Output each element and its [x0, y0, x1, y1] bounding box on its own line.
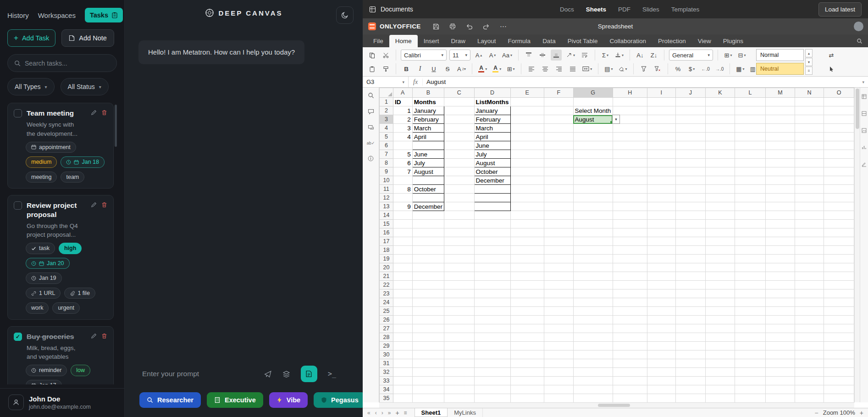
filter-all-status[interactable]: All Status ▾: [61, 78, 109, 95]
cell-I33[interactable]: [647, 377, 676, 385]
cell-K5[interactable]: [706, 133, 735, 141]
cell-J5[interactable]: [675, 133, 706, 141]
cell-F33[interactable]: [544, 377, 574, 385]
cell-O17[interactable]: [824, 237, 854, 246]
cell-J26[interactable]: [675, 316, 706, 324]
cell-C1[interactable]: [444, 98, 474, 106]
cell-F10[interactable]: [544, 176, 574, 185]
cell-O3[interactable]: [824, 115, 854, 124]
cell-C35[interactable]: [444, 394, 474, 403]
column-header-G[interactable]: G: [573, 88, 613, 98]
cell-I22[interactable]: [647, 281, 676, 289]
cell-J9[interactable]: [675, 167, 706, 176]
replace-icon[interactable]: ⇄: [826, 50, 837, 61]
cell-H15[interactable]: [613, 220, 647, 228]
cell-C19[interactable]: [444, 255, 474, 263]
cell-I12[interactable]: [647, 194, 676, 202]
cell-A6[interactable]: [393, 141, 412, 150]
cell-J11[interactable]: [675, 185, 706, 194]
cell-H26[interactable]: [613, 316, 647, 324]
cell-A20[interactable]: [393, 263, 412, 272]
print-icon[interactable]: [449, 23, 456, 29]
task-checkbox[interactable]: [14, 201, 22, 210]
ribbon-tab-view[interactable]: View: [692, 35, 717, 47]
cell-N23[interactable]: [795, 289, 824, 298]
cell-L25[interactable]: [735, 307, 766, 316]
vertical-scrollbar[interactable]: [854, 88, 860, 402]
cell-G14[interactable]: [573, 211, 613, 220]
cell-B28[interactable]: [412, 333, 444, 342]
cell-C2[interactable]: [444, 106, 474, 115]
cell-G27[interactable]: [573, 324, 613, 333]
cell-A8[interactable]: 6: [393, 159, 412, 167]
chip-1-file[interactable]: 1 file: [64, 288, 95, 299]
cell-G34[interactable]: [573, 385, 613, 394]
cell-O25[interactable]: [824, 307, 854, 316]
cell-A14[interactable]: [393, 211, 412, 220]
cell-L21[interactable]: [735, 272, 766, 281]
cell-B34[interactable]: [412, 385, 444, 394]
clear-icon[interactable]: ▾: [617, 63, 629, 74]
cell-H6[interactable]: [613, 141, 647, 150]
chip-meeting[interactable]: meeting: [26, 172, 57, 183]
cell-M29[interactable]: [766, 342, 795, 350]
cell-K19[interactable]: [706, 255, 735, 263]
cell-O24[interactable]: [824, 298, 854, 307]
cell-L18[interactable]: [735, 246, 766, 255]
cell-A35[interactable]: [393, 394, 412, 403]
cell-E20[interactable]: [510, 263, 544, 272]
cell-E35[interactable]: [510, 394, 544, 403]
select-all-corner[interactable]: [380, 88, 393, 98]
cell-G23[interactable]: [573, 289, 613, 298]
cell-O6[interactable]: [824, 141, 854, 150]
cell-M2[interactable]: [766, 106, 795, 115]
row-header-2[interactable]: 2: [380, 106, 393, 115]
cell-D33[interactable]: [474, 377, 510, 385]
cell-A34[interactable]: [393, 385, 412, 394]
cell-A27[interactable]: [393, 324, 412, 333]
cell-D18[interactable]: [474, 246, 510, 255]
cell-F9[interactable]: [544, 167, 574, 176]
cell-A12[interactable]: [393, 194, 412, 202]
style-gallery-up-icon[interactable]: ▴: [805, 49, 813, 57]
cell-F24[interactable]: [544, 298, 574, 307]
cell-A26[interactable]: [393, 316, 412, 324]
cell-L24[interactable]: [735, 298, 766, 307]
cell-L31[interactable]: [735, 359, 766, 368]
align-center-icon[interactable]: [540, 63, 551, 74]
cell-K20[interactable]: [706, 263, 735, 272]
table-template-icon[interactable]: ▦▾: [735, 63, 746, 74]
cell-L1[interactable]: [735, 98, 766, 106]
cell-C7[interactable]: [444, 150, 474, 159]
cell-E8[interactable]: [510, 159, 544, 167]
cell-A16[interactable]: [393, 228, 412, 237]
cell-H11[interactable]: [613, 185, 647, 194]
ribbon-tab-formula[interactable]: Formula: [502, 35, 537, 47]
cell-N24[interactable]: [795, 298, 824, 307]
ribbon-tab-collaboration[interactable]: Collaboration: [603, 35, 652, 47]
cell-L19[interactable]: [735, 255, 766, 263]
cell-G15[interactable]: [573, 220, 613, 228]
cell-D25[interactable]: [474, 307, 510, 316]
cell-E34[interactable]: [510, 385, 544, 394]
cell-H29[interactable]: [613, 342, 647, 350]
cell-J34[interactable]: [675, 385, 706, 394]
cell-N8[interactable]: [795, 159, 824, 167]
cell-B25[interactable]: [412, 307, 444, 316]
row-header-5[interactable]: 5: [380, 133, 393, 141]
number-format-select[interactable]: General▾: [669, 50, 713, 61]
cell-N26[interactable]: [795, 316, 824, 324]
row-header-3[interactable]: 3: [380, 115, 393, 124]
column-header-J[interactable]: J: [675, 88, 706, 98]
cell-B17[interactable]: [412, 237, 444, 246]
cell-I17[interactable]: [647, 237, 676, 246]
row-header-8[interactable]: 8: [380, 159, 393, 167]
cell-M15[interactable]: [766, 220, 795, 228]
sheet-tab-mylinks[interactable]: MyLinks: [448, 408, 483, 417]
comments-icon[interactable]: [368, 109, 374, 115]
row-header-6[interactable]: 6: [380, 141, 393, 150]
cell-E33[interactable]: [510, 377, 544, 385]
clear-filter-icon[interactable]: [652, 63, 663, 74]
column-header-D[interactable]: D: [474, 88, 510, 98]
cell-A25[interactable]: [393, 307, 412, 316]
